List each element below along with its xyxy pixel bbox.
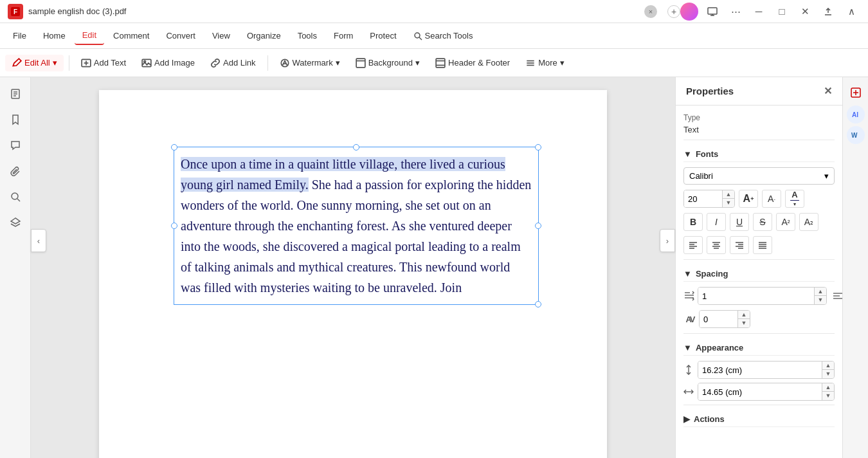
far-right-ai-icon[interactable]: AI — [847, 105, 865, 124]
align-left-button[interactable] — [683, 236, 703, 254]
more-button[interactable]: More ▾ — [519, 55, 571, 71]
monitor-icon[interactable] — [703, 3, 721, 21]
menu-convert[interactable]: Convert — [158, 27, 203, 44]
far-right-word-icon[interactable]: W — [847, 126, 865, 144]
menu-file[interactable]: File — [5, 27, 34, 44]
menu-search-tools[interactable]: Search Tools — [406, 27, 481, 44]
upload-icon[interactable] — [819, 3, 837, 21]
sidebar-icon-bookmarks[interactable] — [4, 108, 27, 131]
height-input-group[interactable]: 16.23 (cm) ▲ ▼ — [698, 361, 835, 379]
add-image-button[interactable]: Add Image — [135, 55, 201, 71]
handle-mid-right[interactable] — [535, 223, 541, 229]
underline-button[interactable]: U — [730, 213, 749, 231]
handle-top-left[interactable] — [171, 144, 177, 151]
menu-form[interactable]: Form — [326, 27, 361, 44]
sidebar-icon-attachments[interactable] — [4, 160, 27, 183]
line-spacing-decrement[interactable]: ▼ — [815, 296, 826, 304]
sidebar-icon-comments[interactable] — [4, 134, 27, 157]
type-label: Type — [683, 113, 835, 122]
properties-close-button[interactable]: ✕ — [824, 85, 832, 97]
new-tab-button[interactable]: + — [667, 5, 680, 18]
document-text[interactable]: Once upon a time in a quaint little vill… — [181, 154, 532, 298]
appearance-section-header[interactable]: ▼ Appearance — [683, 338, 835, 356]
handle-bottom-right[interactable] — [535, 301, 541, 307]
spacing-chevron-icon: ▼ — [683, 269, 692, 279]
width-input-group[interactable]: 14.65 (cm) ▲ ▼ — [698, 383, 835, 401]
menu-edit[interactable]: Edit — [75, 26, 104, 45]
document-area: Once upon a time in a quaint little vill… — [31, 77, 675, 458]
width-increment[interactable]: ▲ — [822, 383, 834, 392]
width-input[interactable]: 14.65 (cm) — [698, 383, 822, 400]
align-right-button[interactable] — [730, 236, 749, 254]
background-button[interactable]: Background ▾ — [349, 55, 426, 71]
handle-mid-left[interactable] — [171, 223, 177, 229]
tab-close-button[interactable]: × — [644, 5, 657, 18]
font-size-decrement[interactable]: ▼ — [723, 199, 734, 207]
sidebar-icon-layers[interactable] — [4, 211, 27, 234]
strikethrough-button[interactable]: S — [753, 213, 772, 231]
menu-tools[interactable]: Tools — [290, 27, 325, 44]
font-size-input[interactable]: 20 — [684, 190, 722, 207]
para-spacing-group: 0 ▲ ▼ — [832, 287, 842, 305]
header-footer-button[interactable]: Header & Footer — [429, 55, 516, 71]
menu-protect[interactable]: Protect — [362, 27, 404, 44]
menu-view[interactable]: View — [204, 27, 238, 44]
main-content: Once upon a time in a quaint little vill… — [0, 77, 868, 458]
handle-top-center[interactable] — [353, 144, 359, 151]
add-image-icon — [141, 58, 152, 68]
line-spacing-steppers: ▲ ▼ — [814, 288, 826, 304]
actions-section-header[interactable]: ▶ Actions — [683, 409, 835, 427]
char-spacing-input-group[interactable]: 0 ▲ ▼ — [699, 310, 750, 328]
font-color-chevron: ▾ — [793, 202, 796, 207]
font-size-input-group[interactable]: 20 ▲ ▼ — [683, 190, 735, 208]
height-decrement[interactable]: ▼ — [822, 370, 834, 378]
menu-organize[interactable]: Organize — [239, 27, 289, 44]
italic-button[interactable]: I — [707, 213, 726, 231]
user-avatar[interactable] — [680, 3, 698, 21]
height-icon — [683, 365, 694, 375]
align-center-button[interactable] — [707, 236, 726, 254]
edit-all-button[interactable]: Edit All ▾ — [5, 55, 64, 71]
char-spacing-increment[interactable]: ▲ — [738, 311, 750, 319]
para-spacing-icon — [832, 290, 842, 302]
more-icon — [525, 58, 536, 68]
close-window-icon[interactable]: ✕ — [796, 3, 814, 21]
increase-font-btn[interactable]: A+ — [739, 190, 758, 208]
superscript-button[interactable]: A² — [776, 213, 795, 231]
maximize-icon[interactable]: □ — [773, 3, 791, 21]
char-spacing-decrement[interactable]: ▼ — [738, 319, 750, 327]
sidebar-icon-pages[interactable] — [4, 82, 27, 105]
char-spacing-input[interactable]: 0 — [700, 311, 737, 327]
subscript-button[interactable]: A₂ — [799, 213, 818, 231]
width-decrement[interactable]: ▼ — [822, 392, 834, 400]
height-increment[interactable]: ▲ — [822, 362, 834, 370]
line-spacing-increment[interactable]: ▲ — [815, 288, 826, 296]
font-selector[interactable]: Calibri ▾ — [683, 167, 835, 185]
far-right-properties-icon[interactable] — [845, 82, 866, 103]
minimize-icon[interactable]: ─ — [750, 3, 768, 21]
sidebar-icon-search[interactable] — [4, 185, 27, 208]
spacing-section-header[interactable]: ▼ Spacing — [683, 264, 835, 282]
handle-top-right[interactable] — [535, 144, 541, 151]
font-color-btn[interactable]: A ▾ — [785, 190, 804, 208]
text-box[interactable]: Once upon a time in a quaint little vill… — [174, 147, 539, 305]
fonts-section-header[interactable]: ▼ Fonts — [683, 144, 835, 162]
nav-arrow-right[interactable]: › — [660, 229, 675, 252]
menu-comment[interactable]: Comment — [105, 27, 157, 44]
bold-button[interactable]: B — [683, 213, 703, 231]
align-center-icon — [712, 241, 721, 250]
align-justify-button[interactable] — [753, 236, 772, 254]
line-spacing-input-group[interactable]: 1 ▲ ▼ — [698, 287, 827, 305]
height-input[interactable]: 16.23 (cm) — [698, 362, 822, 378]
svg-text:AI: AI — [852, 111, 858, 118]
more-options-icon[interactable]: ⋯ — [727, 3, 745, 21]
line-spacing-input[interactable]: 1 — [698, 288, 814, 304]
menu-home[interactable]: Home — [35, 27, 73, 44]
add-link-button[interactable]: Add Link — [204, 55, 262, 71]
watermark-button[interactable]: Watermark ▾ — [273, 55, 347, 71]
add-text-button[interactable]: Add Text — [75, 55, 132, 71]
font-size-increment[interactable]: ▲ — [723, 190, 734, 199]
chevron-up-icon[interactable]: ∧ — [842, 3, 860, 21]
decrease-font-btn[interactable]: A- — [762, 190, 781, 208]
nav-arrow-left[interactable]: ‹ — [31, 229, 46, 252]
